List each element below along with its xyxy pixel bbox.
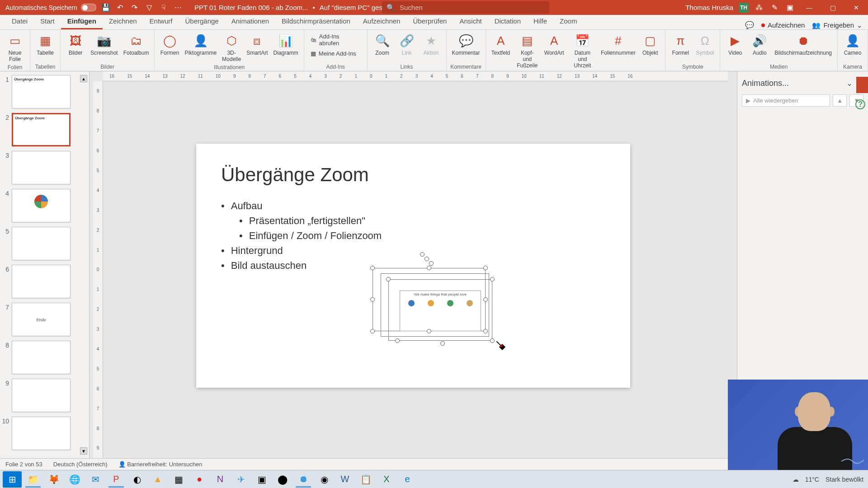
- ribbon-button-objekt[interactable]: ▢Objekt: [639, 32, 661, 57]
- ribbon-button-piktogramme[interactable]: 👤Piktogramme: [183, 32, 218, 57]
- weather-text[interactable]: Stark bewölkt: [826, 476, 863, 483]
- tab-übergänge[interactable]: Übergänge: [179, 14, 225, 29]
- ribbon-button-kopf- und[interactable]: ▤Kopf- undFußzeile: [514, 32, 541, 70]
- tab-animationen[interactable]: Animationen: [225, 14, 275, 29]
- word-icon[interactable]: W: [335, 471, 354, 488]
- edge-icon[interactable]: e: [398, 471, 417, 488]
- onenote-icon[interactable]: N: [211, 471, 230, 488]
- maximize-button[interactable]: ▢: [824, 0, 842, 15]
- slide-thumbnail[interactable]: [12, 417, 71, 450]
- slide-thumbnail[interactable]: Ende: [12, 303, 71, 336]
- firefox-icon[interactable]: 🦊: [44, 471, 63, 488]
- tab-dictation[interactable]: Dictation: [488, 14, 527, 29]
- window-mode-icon[interactable]: ▣: [785, 3, 795, 13]
- play-all-button[interactable]: ▶ Alle wiedergeben: [742, 94, 830, 107]
- ribbon-button-tabelle[interactable]: ▦Tabelle: [34, 32, 57, 57]
- tab-datei[interactable]: Datei: [5, 14, 34, 29]
- scroll-down-icon[interactable]: ▼: [80, 447, 87, 455]
- share-button[interactable]: 👥 Freigeben ⌄: [812, 21, 863, 29]
- close-button[interactable]: ✕: [847, 0, 865, 15]
- slide-thumbnail[interactable]: Übergänge Zoom: [12, 75, 71, 108]
- record-button[interactable]: Aufzeichnen: [761, 21, 805, 29]
- ribbon-button-diagramm[interactable]: 📊Diagramm: [271, 32, 300, 57]
- slide-title[interactable]: Übergänge Zoom: [221, 164, 605, 186]
- tab-entwurf[interactable]: Entwurf: [143, 14, 179, 29]
- ribbon-button-neue[interactable]: ▭NeueFolie: [4, 32, 26, 63]
- ribbon-button-foliennummer[interactable]: #Foliennummer: [599, 32, 637, 57]
- slide-thumbnail[interactable]: [12, 265, 71, 298]
- slide-thumbnail[interactable]: [12, 227, 71, 260]
- pen-icon[interactable]: ✎: [769, 3, 779, 13]
- excel-icon[interactable]: X: [377, 471, 396, 488]
- present-start-icon[interactable]: ▽: [144, 3, 154, 13]
- recording-icon[interactable]: ⏺: [294, 471, 313, 488]
- search-input[interactable]: 🔍 Suchen: [382, 1, 549, 14]
- ribbon-button-kommentar[interactable]: 💬Kommentar: [450, 32, 482, 57]
- slide-thumbnail[interactable]: Übergänge Zoom: [12, 113, 71, 146]
- vlc-icon[interactable]: ▲: [148, 471, 167, 488]
- ribbon-button-screenshot[interactable]: 📷Screenshot: [89, 32, 120, 57]
- ribbon-button-fotoalbum[interactable]: 🗂Fotoalbum: [122, 32, 151, 57]
- app-icon[interactable]: ▣: [252, 471, 271, 488]
- designer-toggle[interactable]: [856, 77, 868, 93]
- tab-bildschirmpräsentation[interactable]: Bildschirmpräsentation: [275, 14, 357, 29]
- slide-counter[interactable]: Folie 2 von 53: [5, 461, 42, 468]
- ribbon-button-bilder[interactable]: 🖼Bilder: [64, 32, 87, 57]
- tab-ansicht[interactable]: Ansicht: [453, 14, 488, 29]
- touch-mode-icon[interactable]: ☟: [159, 3, 169, 13]
- weather-temp[interactable]: 11°C: [805, 476, 819, 483]
- help-icon[interactable]: ?: [855, 99, 865, 109]
- slide-thumbnail[interactable]: [12, 341, 71, 374]
- accessibility-checker[interactable]: 👤 Barrierefreiheit: Untersuchen: [118, 461, 203, 468]
- ribbon-button[interactable]: 🛍Add-Ins abrufen: [308, 32, 363, 48]
- obs-icon[interactable]: ⬤: [273, 471, 292, 488]
- pattern-icon[interactable]: ⁂: [754, 3, 764, 13]
- save-icon[interactable]: 💾: [101, 3, 111, 13]
- autosave-toggle[interactable]: Automatisches Speichern: [5, 4, 96, 11]
- qat-overflow-icon[interactable]: ⋯: [173, 3, 183, 13]
- zoom-frames-selection[interactable]: We make things that people love: [373, 254, 504, 345]
- ribbon-button-audio[interactable]: 🔊Audio: [748, 32, 771, 57]
- tab-einfügen[interactable]: Einfügen: [61, 14, 103, 29]
- move-up-button[interactable]: ▲: [833, 94, 847, 107]
- scroll-up-icon[interactable]: ▲: [80, 75, 87, 82]
- ribbon-button-zoom[interactable]: 🔍Zoom: [371, 32, 394, 57]
- ribbon-button-video[interactable]: ▶Video: [724, 32, 746, 57]
- slide-thumbnail[interactable]: [12, 189, 71, 222]
- app-icon[interactable]: ▦: [169, 471, 188, 488]
- file-explorer-icon[interactable]: 📁: [24, 471, 42, 488]
- slide-canvas[interactable]: 1615141312111098765432101234567891011121…: [90, 71, 737, 458]
- redo-icon[interactable]: ↷: [130, 3, 140, 13]
- tab-aufzeichnen[interactable]: Aufzeichnen: [357, 14, 407, 29]
- ribbon-button-bildschirmaufzeichnung[interactable]: ⏺Bildschirmaufzeichnung: [773, 32, 834, 57]
- slide-thumbnail[interactable]: [12, 379, 71, 412]
- minimize-button[interactable]: —: [800, 0, 818, 15]
- slide-thumbnails-panel[interactable]: 1Übergänge Zoom2Übergänge Zoom34567Ende8…: [0, 71, 90, 458]
- app-icon[interactable]: ●: [190, 471, 209, 488]
- tab-hilfe[interactable]: Hilfe: [527, 14, 553, 29]
- ribbon-button-datum und[interactable]: 📅Datum undUhrzeit: [567, 32, 597, 70]
- outlook-icon[interactable]: ✉: [86, 471, 105, 488]
- ribbon-button-formel[interactable]: πFormel: [669, 32, 692, 57]
- ribbon-button-cameo[interactable]: 👤Cameo: [841, 32, 864, 57]
- toggle-switch-icon[interactable]: [81, 4, 96, 11]
- ribbon-button-wordart[interactable]: AWordArt: [542, 32, 566, 57]
- slide[interactable]: Übergänge Zoom Aufbau Präsentation „fert…: [196, 144, 630, 388]
- ribbon-button-smartart[interactable]: ⧈SmartArt: [245, 32, 269, 57]
- app-icon[interactable]: 📋: [356, 471, 375, 488]
- tab-zeichnen[interactable]: Zeichnen: [103, 14, 143, 29]
- slide-thumbnail[interactable]: [12, 151, 71, 184]
- tab-überprüfen[interactable]: Überprüfen: [406, 14, 453, 29]
- language-selector[interactable]: Deutsch (Österreich): [53, 461, 108, 468]
- ribbon-button-textfeld[interactable]: ATextfeld: [490, 32, 512, 57]
- weather-icon[interactable]: ☁: [793, 476, 799, 483]
- ribbon-button-3d-[interactable]: ⬡3D-Modelle: [220, 32, 243, 63]
- app-icon[interactable]: ◐: [127, 471, 146, 488]
- tab-start[interactable]: Start: [34, 14, 61, 29]
- user-avatar[interactable]: TH: [739, 3, 749, 13]
- tab-zoom[interactable]: Zoom: [553, 14, 583, 29]
- ribbon-button-formen[interactable]: ◯Formen: [158, 32, 181, 57]
- comments-icon[interactable]: 💬: [745, 21, 754, 29]
- undo-icon[interactable]: ↶: [115, 3, 125, 13]
- powerpoint-icon[interactable]: P: [107, 471, 126, 488]
